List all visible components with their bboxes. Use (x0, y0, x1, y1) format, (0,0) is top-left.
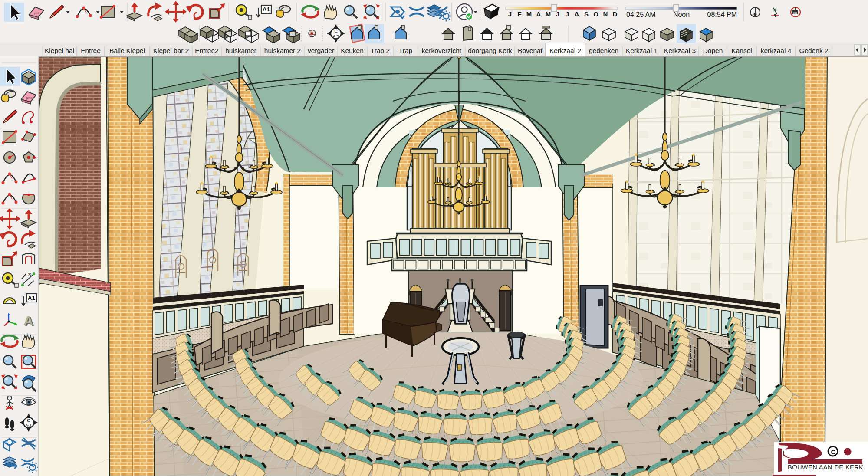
svg-text:Dopen: Dopen (703, 47, 723, 54)
svg-text:BOUWEN AAN DE KERK: BOUWEN AAN DE KERK (788, 464, 863, 471)
svg-text:O: O (593, 10, 598, 18)
svg-text:365: 365 (793, 12, 797, 14)
svg-text:Trap: Trap (399, 47, 412, 54)
svg-text:huiskamer 2: huiskamer 2 (264, 47, 301, 54)
svg-text:J: J (508, 10, 512, 18)
svg-text:M: M (526, 10, 532, 18)
svg-text:N: N (603, 10, 608, 18)
svg-text:04:25 AM: 04:25 AM (626, 11, 656, 18)
svg-text:pink: pink (34, 12, 40, 15)
svg-text:Entree: Entree (81, 47, 101, 54)
svg-text:3: 3 (28, 272, 31, 277)
svg-text:F: F (517, 10, 521, 18)
svg-text:Noon: Noon (673, 11, 690, 18)
svg-text:C: C (334, 29, 337, 34)
svg-text:C: C (831, 448, 836, 456)
svg-text:A·S: A·S (333, 34, 339, 38)
svg-text:C: C (27, 418, 30, 423)
svg-text:M: M (546, 10, 551, 18)
svg-text:S: S (584, 10, 589, 18)
svg-text:kerkoverzicht: kerkoverzicht (422, 47, 462, 54)
svg-text:Klepel hal: Klepel hal (45, 47, 74, 54)
svg-text:A1: A1 (263, 6, 270, 13)
svg-text:A1: A1 (28, 295, 36, 301)
svg-text:kerkzaal 4: kerkzaal 4 (761, 47, 792, 54)
svg-text:Kansel: Kansel (731, 47, 752, 54)
svg-text:Entree2: Entree2 (195, 47, 218, 54)
svg-text:Trap 2: Trap 2 (371, 47, 390, 54)
svg-text:Klepel bar 2: Klepel bar 2 (153, 47, 189, 54)
svg-text:vergader: vergader (308, 47, 334, 54)
svg-text:Kerkzaal 1: Kerkzaal 1 (626, 47, 658, 54)
svg-text:Bovenaf: Bovenaf (518, 47, 543, 54)
svg-text:08:54 PM: 08:54 PM (707, 11, 737, 18)
svg-text:A: A (536, 10, 541, 18)
svg-text:huiskamer: huiskamer (225, 47, 256, 54)
svg-text:J: J (556, 10, 559, 18)
svg-text:pink: pink (26, 96, 32, 100)
svg-text:Balie Klepel: Balie Klepel (109, 47, 145, 54)
svg-text:Kerkzaal 2: Kerkzaal 2 (549, 47, 581, 54)
svg-text:A: A (575, 10, 579, 18)
svg-text:D: D (613, 10, 618, 18)
svg-text:A: A (23, 313, 33, 328)
svg-text:J: J (566, 10, 569, 18)
svg-text:gedenken: gedenken (589, 47, 618, 54)
svg-text:doorgang Kerk: doorgang Kerk (468, 47, 512, 54)
svg-text:A·S: A·S (26, 423, 31, 427)
svg-text:Kerkzaal 3: Kerkzaal 3 (664, 47, 696, 54)
svg-text:Gedenk 2: Gedenk 2 (799, 47, 828, 54)
svg-text:Keuken: Keuken (341, 47, 364, 54)
